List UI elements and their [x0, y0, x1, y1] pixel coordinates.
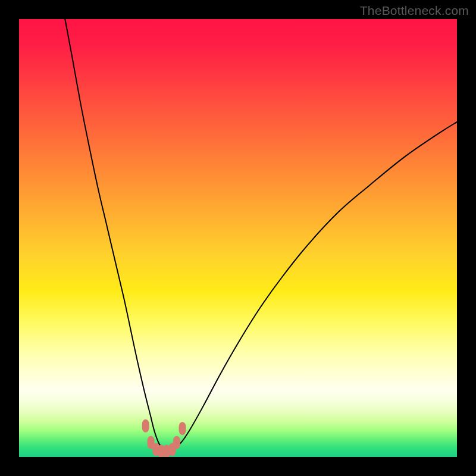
watermark-label: TheBottleneck.com	[360, 4, 469, 18]
chart-svg	[19, 19, 457, 457]
curve-marker	[142, 419, 149, 433]
curve-marker	[173, 436, 180, 449]
curve-bottom-markers	[142, 419, 186, 457]
chart-plot-area	[19, 19, 457, 457]
chart-frame: TheBottleneck.com	[0, 0, 476, 476]
bottleneck-curve	[65, 19, 457, 450]
curve-marker	[179, 422, 186, 435]
